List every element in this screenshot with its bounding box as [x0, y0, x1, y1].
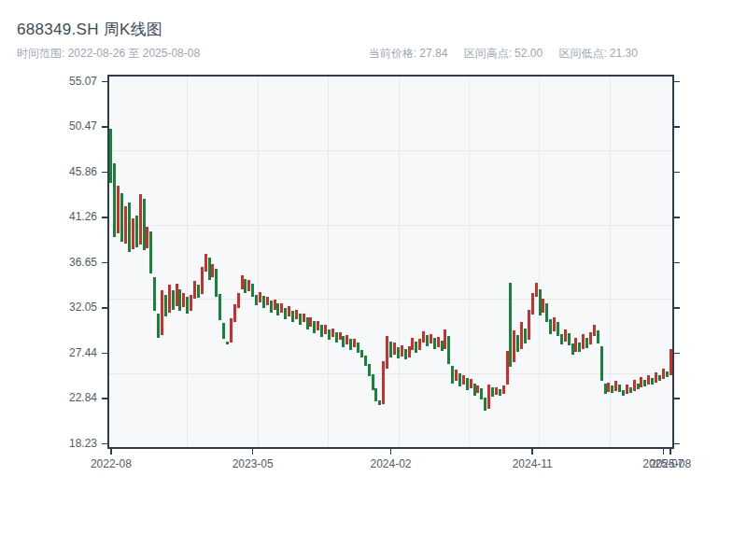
- candle-down: [143, 199, 146, 251]
- candle-up: [146, 227, 148, 248]
- candle-up: [280, 303, 283, 313]
- y-axis-tick-right: [674, 353, 680, 355]
- candle-down: [215, 269, 218, 297]
- candle-up: [418, 339, 421, 350]
- candle-down: [578, 343, 581, 352]
- candle-up: [211, 264, 214, 277]
- candle-down: [218, 294, 221, 320]
- candle-up: [582, 334, 585, 349]
- candle-up: [430, 334, 432, 344]
- y-tick-label: 22.84: [26, 391, 97, 404]
- current-price-stat: 当前价格:27.84: [369, 47, 447, 60]
- candle-up: [237, 293, 240, 309]
- candle-up: [401, 345, 403, 357]
- x-tick-label: 2025-08: [638, 457, 703, 470]
- candle-up: [528, 310, 530, 341]
- candle-up: [230, 318, 233, 343]
- candle-down: [208, 258, 211, 280]
- candle-up: [303, 314, 305, 323]
- candle-down: [222, 323, 225, 339]
- current-price-label: 当前价格:: [369, 47, 416, 60]
- candle-down: [622, 390, 625, 396]
- candle-up: [408, 346, 411, 358]
- candle-up: [520, 322, 523, 348]
- candle-up: [132, 218, 134, 250]
- candle-down: [637, 384, 640, 389]
- candle-down: [244, 279, 247, 293]
- candle-up: [386, 336, 388, 369]
- x-tick-label: 2024-11: [500, 457, 565, 470]
- range-low-value: 21.30: [610, 47, 638, 60]
- y-axis-tick-left: [102, 353, 107, 355]
- candle-down: [320, 325, 323, 337]
- candle-down: [560, 334, 563, 345]
- candle-down: [451, 366, 454, 384]
- candle-down: [149, 231, 152, 273]
- candle-down: [172, 290, 175, 310]
- y-tick-label: 45.86: [26, 165, 97, 178]
- time-range-label: 时间范围: 2022-08-26 至 2025-08-08: [17, 46, 200, 62]
- range-low-label: 区间低点:: [558, 47, 606, 60]
- range-low-stat: 区间低点:21.30: [558, 47, 637, 60]
- candle-up: [444, 329, 446, 349]
- candle-up: [317, 321, 319, 330]
- candle-up: [614, 381, 617, 391]
- candle-down: [597, 330, 599, 344]
- candle-up: [470, 379, 472, 388]
- y-axis-tick-left: [102, 262, 107, 264]
- y-axis-tick-left: [102, 172, 107, 174]
- y-tick-label: 55.07: [26, 75, 97, 88]
- candle-down: [109, 129, 112, 183]
- h-gridline: [109, 299, 672, 300]
- candle-up: [437, 337, 440, 347]
- y-tick-label: 32.05: [26, 301, 97, 314]
- candle-down: [516, 335, 519, 352]
- y-axis-tick-left: [102, 126, 107, 128]
- candle-up: [339, 332, 342, 340]
- candle-down: [426, 335, 429, 346]
- candle-down: [509, 283, 512, 367]
- v-gridline: [187, 77, 188, 447]
- candle-down: [378, 400, 381, 405]
- candle-up: [274, 300, 276, 310]
- candle-down: [328, 329, 331, 341]
- y-tick-label: 50.47: [26, 119, 97, 133]
- y-axis-tick-right: [674, 172, 680, 174]
- candle-up: [422, 331, 425, 343]
- x-axis-tick: [110, 449, 112, 455]
- candle-down: [484, 398, 486, 411]
- candle-down: [153, 277, 156, 311]
- candle-up: [531, 293, 534, 315]
- candle-down: [157, 314, 160, 338]
- y-axis-tick-left: [102, 443, 107, 445]
- range-high-stat: 区间高点:52.00: [464, 47, 543, 60]
- candle-up: [190, 295, 192, 311]
- v-gridline: [328, 77, 329, 447]
- candle-up: [259, 292, 261, 303]
- current-price-value: 27.84: [419, 47, 447, 60]
- candle-up: [233, 304, 236, 322]
- y-tick-label: 18.23: [26, 437, 97, 450]
- range-high-label: 区间高点:: [464, 47, 512, 60]
- y-axis-tick-left: [102, 81, 107, 83]
- candle-up: [462, 375, 465, 385]
- candle-up: [117, 186, 120, 234]
- candle-down: [360, 350, 363, 357]
- candle-up: [176, 284, 178, 306]
- candle-up: [139, 194, 142, 245]
- candle-up: [564, 329, 567, 343]
- candle-up: [662, 369, 665, 380]
- candle-up: [553, 317, 556, 331]
- candle-down: [276, 303, 279, 315]
- candle-down: [557, 322, 559, 336]
- candle-up: [353, 339, 356, 346]
- candle-down: [164, 295, 167, 316]
- candle-down: [666, 371, 669, 377]
- candle-up: [309, 317, 312, 327]
- candle-down: [374, 388, 377, 402]
- candle-up: [542, 299, 544, 313]
- candle-up: [607, 383, 610, 393]
- candle-down: [389, 342, 392, 357]
- candle-up: [288, 306, 290, 316]
- candle-down: [458, 373, 461, 386]
